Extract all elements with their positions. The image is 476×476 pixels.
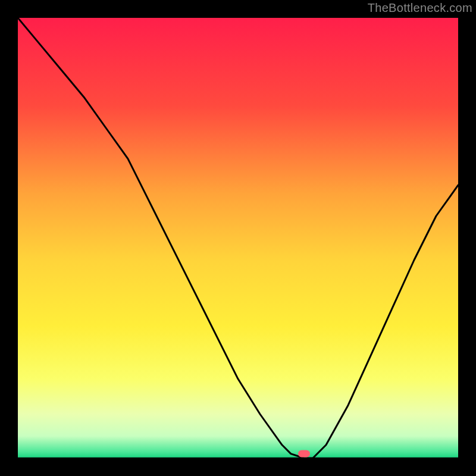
chart-svg — [18, 18, 458, 458]
bottleneck-chart — [18, 18, 458, 458]
chart-frame: TheBottleneck.com — [0, 0, 476, 476]
chart-background — [18, 18, 458, 458]
watermark-text: TheBottleneck.com — [368, 1, 472, 15]
optimal-marker — [298, 450, 310, 458]
